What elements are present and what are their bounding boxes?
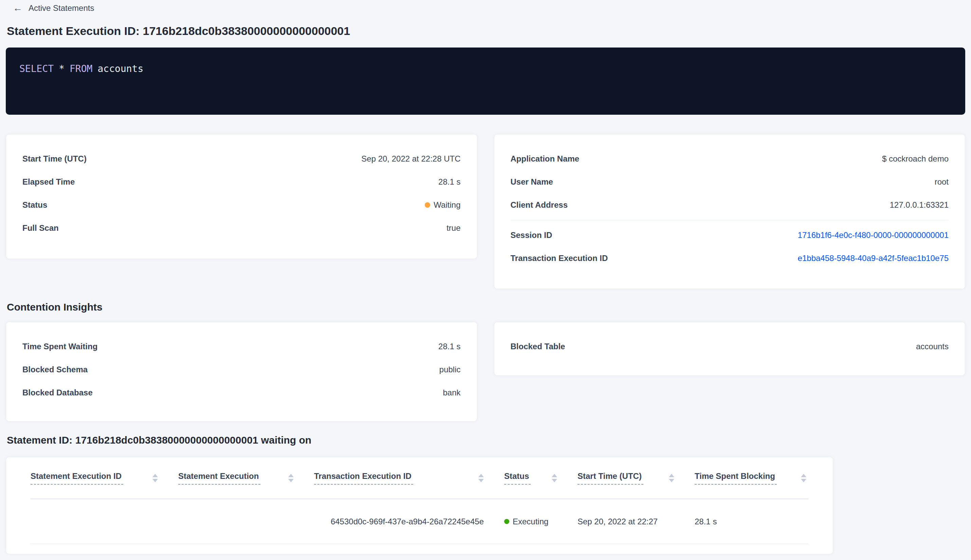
start-time-value: Sep 20, 2022 at 22:28 UTC (361, 154, 460, 163)
column-header-label[interactable]: Statement Execution ID (30, 472, 123, 485)
time-spent-waiting-value: 28.1 s (438, 342, 460, 351)
application-name-value: $ cockroach demo (882, 154, 949, 163)
summary-row-transaction-execution-id: Transaction Execution ID e1bba458-5948-4… (511, 247, 949, 270)
summary-row-elapsed-time: Elapsed Time 28.1 s (22, 170, 461, 193)
sort-icon[interactable] (669, 474, 674, 482)
cell-statement-execution (178, 499, 314, 544)
overview-cards-row: Start Time (UTC) Sep 20, 2022 at 22:28 U… (6, 134, 965, 289)
transaction-execution-id-label: Transaction Execution ID (511, 253, 608, 263)
table-row: 64530d0c-969f-437e-a9b4-26a72245e45e Exe… (30, 499, 808, 544)
column-header-label[interactable]: Start Time (UTC) (577, 472, 643, 485)
status-value: Waiting (425, 200, 460, 210)
blocked-table-label: Blocked Table (511, 342, 565, 351)
column-header-status[interactable]: Status (504, 457, 577, 498)
sql-statement-line: SELECT * FROM accounts (19, 63, 952, 74)
summary-row-session-id: Session ID 1716b1f6-4e0c-f480-0000-00000… (511, 224, 949, 247)
sort-down-arrow-icon (152, 479, 158, 482)
elapsed-time-label: Elapsed Time (22, 177, 75, 187)
status-label: Status (22, 200, 47, 210)
cell-start-time: Sep 20, 2022 at 22:27 (577, 499, 695, 544)
contention-cards-row: Time Spent Waiting 28.1 s Blocked Schema… (6, 322, 965, 422)
summary-row-start-time: Start Time (UTC) Sep 20, 2022 at 22:28 U… (22, 147, 461, 170)
summary-row-status: Status Waiting (22, 193, 461, 217)
full-scan-label: Full Scan (22, 223, 59, 233)
blocked-database-label: Blocked Database (22, 388, 93, 397)
sort-icon[interactable] (552, 474, 557, 482)
column-header-start-time[interactable]: Start Time (UTC) (577, 457, 695, 498)
session-id-label: Session ID (511, 230, 552, 240)
summary-row-time-spent-waiting: Time Spent Waiting 28.1 s (22, 335, 461, 358)
summary-row-application-name: Application Name $ cockroach demo (511, 147, 949, 170)
column-header-label[interactable]: Time Spent Blocking (695, 472, 777, 485)
sort-up-arrow-icon (669, 474, 674, 477)
column-header-label[interactable]: Status (504, 472, 531, 485)
column-header-transaction-execution-id[interactable]: Transaction Execution ID (314, 457, 504, 498)
sql-keyword-from: FROM (70, 63, 92, 74)
client-address-value: 127.0.0.1:63321 (890, 200, 949, 210)
sort-up-arrow-icon (288, 474, 294, 477)
full-scan-value: true (447, 223, 460, 233)
sort-down-arrow-icon (552, 479, 557, 482)
sort-icon[interactable] (801, 474, 806, 482)
blocked-schema-value: public (439, 365, 461, 374)
sort-up-arrow-icon (552, 474, 557, 477)
back-arrow-icon: ← (13, 3, 22, 13)
time-spent-waiting-label: Time Spent Waiting (22, 342, 97, 351)
waiting-on-table-card: Statement Execution ID Statement Executi… (6, 457, 833, 554)
blocked-database-value: bank (443, 388, 460, 397)
sql-table-name: accounts (97, 63, 143, 74)
sql-statement-box: SELECT * FROM accounts (6, 48, 965, 115)
column-header-statement-execution[interactable]: Statement Execution (178, 457, 314, 498)
session-id-link[interactable]: 1716b1f6-4e0c-f480-0000-000000000001 (798, 230, 949, 240)
status-executing-dot-icon (504, 519, 509, 524)
summary-row-blocked-schema: Blocked Schema public (22, 358, 461, 381)
transaction-execution-id-link[interactable]: e1bba458-5948-40a9-a42f-5feac1b10e75 (798, 253, 949, 263)
sort-down-arrow-icon (801, 479, 806, 482)
sort-down-arrow-icon (669, 479, 674, 482)
sort-up-arrow-icon (152, 474, 158, 477)
sort-up-arrow-icon (478, 474, 484, 477)
sort-down-arrow-icon (478, 479, 484, 482)
contention-insights-title: Contention Insights (7, 302, 965, 313)
elapsed-time-value: 28.1 s (438, 177, 460, 187)
waiting-on-section-title: Statement ID: 1716b218dc0b38380000000000… (7, 435, 965, 446)
overview-card-left: Start Time (UTC) Sep 20, 2022 at 22:28 U… (6, 134, 477, 259)
sql-star: * (59, 63, 65, 74)
column-header-statement-execution-id[interactable]: Statement Execution ID (30, 457, 178, 498)
status-waiting-text: Waiting (434, 200, 460, 210)
cell-status: Executing (504, 499, 577, 544)
summary-row-full-scan: Full Scan true (22, 217, 461, 240)
card-divider (511, 220, 949, 220)
summary-row-blocked-database: Blocked Database bank (22, 381, 461, 404)
back-link-active-statements[interactable]: ← Active Statements (13, 3, 94, 13)
column-header-label[interactable]: Transaction Execution ID (314, 472, 413, 485)
sort-icon[interactable] (288, 474, 294, 482)
blocked-table-value: accounts (916, 342, 949, 351)
summary-row-client-address: Client Address 127.0.0.1:63321 (511, 193, 949, 217)
summary-row-user-name: User Name root (511, 170, 949, 193)
column-header-label[interactable]: Statement Execution (178, 472, 260, 485)
sort-down-arrow-icon (288, 479, 294, 482)
page-title: Statement Execution ID: 1716b218dc0b3838… (7, 25, 965, 38)
cell-statement-execution-id (30, 499, 178, 544)
application-name-label: Application Name (511, 154, 579, 163)
user-name-label: User Name (511, 177, 553, 187)
summary-row-blocked-table: Blocked Table accounts (511, 335, 949, 358)
statement-execution-details-page: ← Active Statements Statement Execution … (0, 0, 971, 554)
overview-card-right: Application Name $ cockroach demo User N… (494, 134, 966, 289)
sort-up-arrow-icon (801, 474, 806, 477)
sql-keyword-select: SELECT (19, 63, 53, 74)
contention-card-right: Blocked Table accounts (494, 322, 966, 376)
blocked-schema-label: Blocked Schema (22, 365, 88, 374)
contention-card-left: Time Spent Waiting 28.1 s Blocked Schema… (6, 322, 477, 422)
status-executing-text: Executing (513, 517, 548, 527)
user-name-value: root (935, 177, 949, 187)
column-header-time-spent-blocking[interactable]: Time Spent Blocking (695, 457, 808, 498)
client-address-label: Client Address (511, 200, 568, 210)
sort-icon[interactable] (478, 474, 484, 482)
status-waiting-dot-icon (425, 202, 430, 208)
sort-icon[interactable] (152, 474, 158, 482)
cell-time-spent-blocking: 28.1 s (695, 499, 808, 544)
cell-transaction-execution-id: 64530d0c-969f-437e-a9b4-26a72245e45e (314, 499, 504, 544)
waiting-on-table-header-row: Statement Execution ID Statement Executi… (30, 457, 808, 499)
